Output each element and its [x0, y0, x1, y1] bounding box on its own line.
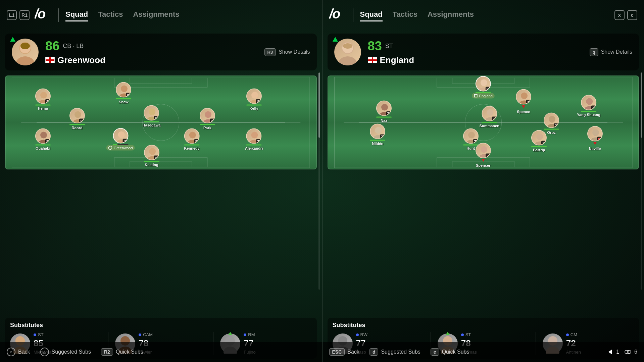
field-player-shaw-name: Shaw [119, 100, 129, 104]
left-sub-miedema-pos-row: ST [34, 332, 51, 337]
right-field-player-neville[interactable]: 82 Neville [587, 126, 603, 150]
right-show-details-label: Show Details [601, 49, 632, 55]
svg-point-14 [121, 85, 128, 92]
left-suggested-subs-action[interactable]: △ Suggested Subs [40, 348, 91, 356]
right-suggested-subs-action[interactable]: d Suggested Subs [369, 348, 420, 356]
left-back-action[interactable]: ○ Back [7, 348, 30, 356]
right-back-action[interactable]: ESC Back [329, 348, 359, 356]
right-field-player-bartrip[interactable]: 79 Bartrip [531, 130, 547, 152]
left-tab-tactics[interactable]: Tactics [98, 8, 123, 21]
right-x-key[interactable]: x [614, 10, 625, 20]
svg-rect-11 [12, 77, 310, 168]
right-panel: /o Squad Tactics Assignments x c [323, 0, 644, 362]
left-sub-fujino-pos-row: RM [244, 332, 255, 337]
right-count-number: 6 [634, 349, 637, 355]
field-player-aleixandri-avatar: 79 [246, 128, 262, 144]
right-back-key: ESC [329, 348, 345, 356]
field-player-hasegawa-name: Hasegawa [143, 123, 161, 127]
left-back-key: ○ [7, 348, 15, 356]
left-sub-fowler-position: CAM [143, 332, 153, 337]
right-sub-thomas-dot [461, 333, 464, 336]
field-player-aleixandri-rating: 79 [256, 139, 261, 144]
svg-point-74 [481, 146, 487, 153]
right-tab-assignments[interactable]: Assignments [428, 8, 474, 21]
field-player-hasegawa[interactable]: 87 Hasegawa [143, 105, 161, 127]
right-show-details[interactable]: q Show Details [590, 48, 632, 56]
left-scroll-indicator [318, 72, 320, 290]
field-player-greenwood[interactable]: 36 Greenwood [106, 128, 135, 150]
right-c-key[interactable]: c [627, 10, 637, 20]
right-field-player-spence-arrow-down [522, 105, 525, 108]
field-player-kelly[interactable]: 86 Kelly [246, 89, 262, 110]
right-field-player-spence-avatar: 72 [516, 89, 531, 104]
field-player-greenwood-avatar: 36 [113, 128, 128, 143]
field-player-park-name: Park [203, 125, 211, 130]
left-scroll-thumb [318, 72, 320, 138]
right-player-flag [368, 57, 377, 63]
left-tab-assignments[interactable]: Assignments [133, 8, 179, 21]
left-quick-subs-key: R2 [101, 348, 113, 356]
field-player-hasegawa-bar [144, 121, 159, 122]
right-field-player-spence[interactable]: 72 Spence [516, 89, 531, 113]
left-player-rating: 86 [45, 39, 59, 53]
field-player-hemp[interactable]: 86 Hemp [35, 89, 51, 110]
field-player-shaw-rating: 89 [126, 93, 131, 97]
right-bottom-bar: ESC Back d Suggested Subs e Quick Subs 1 [323, 342, 644, 362]
right-field-player-summanen-name: Summanen [480, 124, 499, 128]
svg-point-2 [16, 56, 35, 65]
left-panel: L1 R1 /o Squad Tactics Assignments [0, 0, 322, 362]
left-field-container: 86 Hemp 89 Shaw [5, 75, 317, 314]
right-field-player-spencer-arrow-down [482, 159, 485, 162]
svg-point-60 [381, 104, 388, 110]
right-field-player-naz-bar [376, 116, 392, 117]
right-field-player-nilden[interactable]: 78 Nildén [370, 123, 385, 145]
field-player-keating[interactable]: 82 Keating [144, 145, 159, 167]
r1-key[interactable]: R1 [19, 10, 30, 20]
left-show-details[interactable]: R3 Show Details [264, 48, 310, 56]
right-player-card: 83 ST England q Show Details [328, 34, 639, 70]
field-player-hemp-avatar: 86 [35, 89, 51, 104]
right-field-player-nilden-name: Nildén [372, 141, 384, 145]
right-tab-squad[interactable]: Squad [360, 8, 383, 21]
field-player-ouahabi[interactable]: 85 Ouahabi [35, 128, 51, 150]
right-field-player-nilden-avatar: 78 [370, 123, 385, 139]
right-page-left-icon [607, 349, 613, 355]
field-player-kennedy[interactable]: 82 Kennedy [184, 128, 199, 150]
right-bottom-right: 1 6 [607, 349, 637, 355]
svg-point-28 [109, 146, 112, 149]
right-quick-subs-action[interactable]: e Quick Subs [431, 348, 469, 356]
field-player-roord[interactable]: 89 Roord [69, 108, 85, 130]
left-tab-squad[interactable]: Squad [65, 8, 88, 21]
left-sub-miedema-position: ST [38, 332, 44, 337]
field-player-shaw[interactable]: 89 Shaw [116, 82, 131, 104]
right-tab-tactics[interactable]: Tactics [393, 8, 417, 21]
right-field-player-yangshuang-name: Yang Shuang [577, 113, 600, 117]
right-field-player-spencer-rating: 73 [486, 153, 491, 158]
right-field-player-england[interactable]: 83 England [472, 76, 495, 99]
right-field-player-yangshuang[interactable]: 79 Yang Shuang [577, 95, 600, 117]
svg-point-26 [118, 131, 125, 138]
right-field-player-neville-rating: 82 [597, 137, 602, 141]
left-quick-subs-action[interactable]: R2 Quick Subs [101, 348, 143, 356]
svg-text:/o: /o [329, 7, 340, 20]
field-player-aleixandri[interactable]: 79 Aleixandri [245, 128, 263, 150]
right-field-player-naz[interactable]: 78 Naz [376, 100, 392, 122]
right-field-player-oroz-avatar: 79 [544, 112, 559, 128]
right-suggested-subs-label: Suggested Subs [381, 349, 420, 355]
right-field-player-summanen[interactable]: 76 Summanen [480, 106, 499, 128]
right-field-player-summanen-rating: 76 [492, 117, 497, 121]
left-player-name: Greenwood [57, 55, 105, 65]
right-count-icon [624, 349, 632, 355]
field-player-kelly-rating: 86 [256, 99, 261, 104]
field-player-park[interactable]: 82 Park [200, 108, 215, 130]
left-field: 86 Hemp 89 Shaw [5, 75, 317, 169]
left-sub-fujino-dot [244, 333, 246, 336]
svg-text:/o: /o [35, 7, 46, 20]
right-field-player-spencer[interactable]: 73 Spencer [476, 143, 491, 167]
right-field-player-neville-arrow-down [593, 142, 597, 145]
left-field-svg [6, 76, 316, 169]
field-player-kennedy-rating: 82 [194, 139, 199, 144]
right-field-player-england-avatar: 83 [476, 76, 491, 92]
right-field-player-naz-avatar: 78 [376, 100, 392, 116]
l1-key[interactable]: L1 [7, 10, 17, 20]
